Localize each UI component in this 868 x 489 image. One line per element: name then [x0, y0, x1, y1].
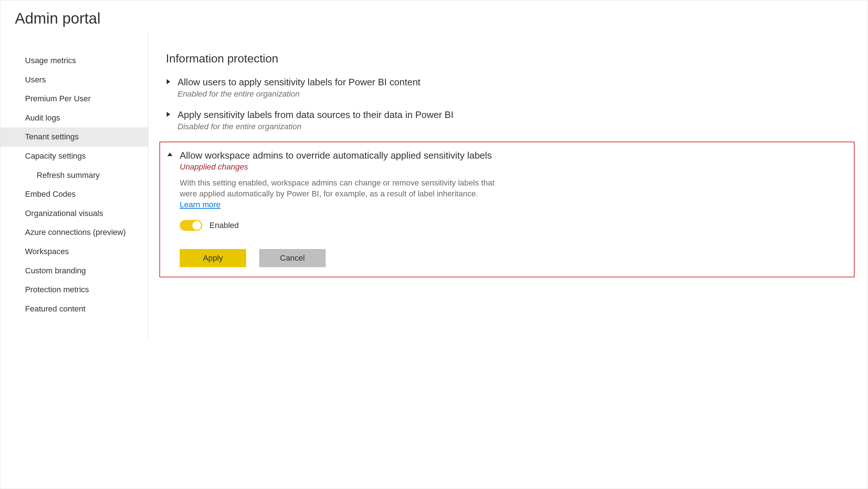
main-content: Information protection Allow users to ap… — [148, 32, 868, 340]
svg-marker-0 — [167, 79, 170, 84]
setting-status: Enabled for the entire organization — [178, 89, 420, 99]
caret-up-icon — [167, 152, 173, 157]
setting-title: Allow workspace admins to override autom… — [180, 150, 492, 162]
setting-apply-sensitivity-labels: Allow users to apply sensitivity labels … — [166, 76, 855, 99]
setting-body: With this setting enabled, workspace adm… — [167, 178, 844, 267]
setting-apply-from-data-sources: Apply sensitivity labels from data sourc… — [166, 109, 855, 131]
sidebar-item-refresh-summary[interactable]: Refresh summary — [0, 166, 148, 185]
sidebar-item-usage-metrics[interactable]: Usage metrics — [0, 51, 148, 70]
sidebar-item-custom-branding[interactable]: Custom branding — [0, 261, 148, 281]
svg-marker-2 — [167, 152, 172, 156]
sidebar-item-audit-logs[interactable]: Audit logs — [0, 109, 148, 128]
toggle-knob — [192, 221, 201, 230]
sidebar-item-tenant-settings[interactable]: Tenant settings — [0, 127, 148, 147]
enabled-toggle[interactable] — [180, 220, 202, 231]
apply-button[interactable]: Apply — [180, 249, 246, 267]
page-title: Admin portal — [0, 0, 868, 32]
toggle-label: Enabled — [209, 221, 239, 230]
setting-description: With this setting enabled, workspace adm… — [180, 178, 499, 210]
setting-header[interactable]: Allow users to apply sensitivity labels … — [166, 76, 855, 99]
setting-title: Allow users to apply sensitivity labels … — [178, 76, 420, 89]
sidebar-item-embed-codes[interactable]: Embed Codes — [0, 185, 148, 204]
sidebar-item-featured-content[interactable]: Featured content — [0, 299, 148, 319]
sidebar: Usage metrics Users Premium Per User Aud… — [0, 32, 148, 340]
caret-right-icon — [166, 111, 171, 118]
learn-more-link[interactable]: Learn more — [180, 200, 221, 209]
setting-header[interactable]: Allow workspace admins to override autom… — [167, 150, 844, 172]
setting-title: Apply sensitivity labels from data sourc… — [178, 109, 453, 121]
sidebar-item-workspaces[interactable]: Workspaces — [0, 242, 148, 261]
setting-status: Unapplied changes — [180, 162, 492, 172]
setting-status: Disabled for the entire organization — [178, 122, 453, 131]
sidebar-item-protection-metrics[interactable]: Protection metrics — [0, 280, 148, 299]
sidebar-item-organizational-visuals[interactable]: Organizational visuals — [0, 204, 148, 223]
sidebar-item-azure-connections[interactable]: Azure connections (preview) — [0, 223, 148, 242]
layout: Usage metrics Users Premium Per User Aud… — [0, 32, 868, 340]
cancel-button[interactable]: Cancel — [259, 249, 326, 267]
sidebar-item-capacity-settings[interactable]: Capacity settings — [0, 147, 148, 166]
sidebar-item-premium-per-user[interactable]: Premium Per User — [0, 89, 148, 109]
admin-portal-page: Admin portal Usage metrics Users Premium… — [0, 0, 868, 489]
svg-marker-1 — [167, 112, 170, 117]
caret-right-icon — [166, 78, 171, 85]
setting-workspace-admins-override: Allow workspace admins to override autom… — [159, 142, 855, 278]
button-row: Apply Cancel — [180, 249, 844, 267]
setting-header[interactable]: Apply sensitivity labels from data sourc… — [166, 109, 855, 131]
sidebar-item-users[interactable]: Users — [0, 70, 148, 90]
toggle-row: Enabled — [180, 220, 844, 231]
section-heading: Information protection — [166, 52, 855, 65]
